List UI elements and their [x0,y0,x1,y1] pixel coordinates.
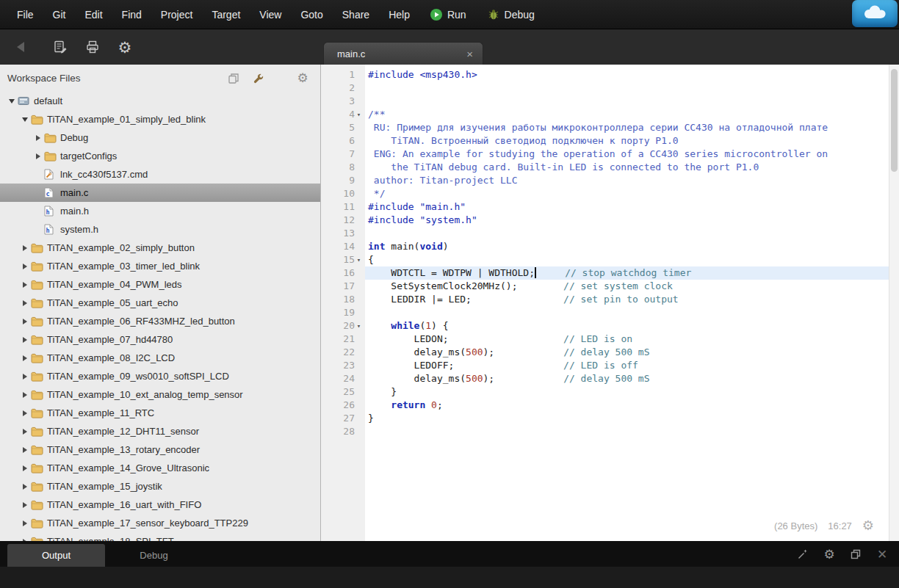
chevron-right-icon[interactable] [19,245,31,251]
chevron-right-icon[interactable] [19,410,31,416]
tree-item-TiTAN_example_07_hd44780[interactable]: TiTAN_example_07_hd44780 [0,330,320,349]
tree-item-Debug[interactable]: Debug [0,128,320,147]
code-line-12[interactable]: 12#include "system.h" [321,214,889,227]
code-line-7[interactable]: 7 ENG: An example for studying the opera… [321,148,889,161]
chevron-right-icon[interactable] [19,429,31,435]
print-icon[interactable] [82,37,103,57]
clear-icon[interactable] [796,548,809,561]
code-line-26[interactable]: 26 return 0; [321,399,889,412]
chevron-right-icon[interactable] [32,153,44,159]
code-line-3[interactable]: 3 [321,95,889,108]
close-icon[interactable]: ✕ [875,548,889,561]
tree-item-TiTAN_example_10_ext_analog_temp_sensor[interactable]: TiTAN_example_10_ext_analog_temp_sensor [0,385,320,404]
tree-item-TiTAN_example_06_RF433MHZ_led_button[interactable]: TiTAN_example_06_RF433MHZ_led_button [0,312,320,330]
code-line-6[interactable]: 6 TiTAN. Встроенный светодиод подключен … [321,134,889,148]
menu-item-goto[interactable]: Goto [291,0,332,29]
menu-item-find[interactable]: Find [112,0,151,29]
tree-item-TiTAN_example_01_simply_led_blink[interactable]: TiTAN_example_01_simply_led_blink [0,110,320,128]
gear-icon[interactable]: ⚙ [115,37,135,57]
restore-icon[interactable] [849,548,862,561]
code-line-16[interactable]: 16 WDTCTL = WDTPW | WDTHOLD; // stop wat… [321,266,889,280]
chevron-right-icon[interactable] [19,484,31,490]
tree-item-TiTAN_example_14_Grove_Ultrasonic[interactable]: TiTAN_example_14_Grove_Ultrasonic [0,459,320,477]
chevron-right-icon[interactable] [19,447,31,453]
debug-button[interactable]: Debug [477,0,545,29]
tree-item-TiTAN_example_04_PWM_leds[interactable]: TiTAN_example_04_PWM_leds [0,275,320,294]
panel-tab-output[interactable]: Output [7,544,105,567]
menu-item-help[interactable]: Help [379,0,419,29]
code-line-27[interactable]: 27} [321,412,889,425]
code-line-19[interactable]: 19 [321,306,889,319]
code-line-8[interactable]: 8 the TiTAN debug card. Built-in LED is … [321,161,889,174]
code-line-23[interactable]: 23 LEDOFF; // LED is off [321,359,889,372]
code-line-14[interactable]: 14int main(void) [321,240,889,253]
code-editor[interactable]: 1#include <msp430.h>234▾/**5 RU: Пример … [321,65,899,541]
editor-settings-gear-icon[interactable]: ⚙ [862,519,874,532]
tree-item-TiTAN_example_05_uart_echo[interactable]: TiTAN_example_05_uart_echo [0,294,320,312]
chevron-down-icon[interactable] [19,117,31,122]
code-line-5[interactable]: 5 RU: Пример для изучения работы микроко… [321,121,889,134]
tab-main-c[interactable]: main.c × [323,42,483,65]
tab-close-icon[interactable]: × [464,48,475,60]
gear-icon[interactable]: ⚙ [823,548,836,561]
code-line-10[interactable]: 10 */ [321,187,889,200]
chevron-right-icon[interactable] [19,337,31,343]
menu-item-share[interactable]: Share [333,0,379,29]
tree-item-targetConfigs[interactable]: targetConfigs [0,147,320,165]
chevron-right-icon[interactable] [19,520,31,526]
menu-item-project[interactable]: Project [151,0,203,29]
tree-item-main.h[interactable]: hmain.h [0,202,320,220]
chevron-right-icon[interactable] [19,319,31,324]
chevron-right-icon[interactable] [19,465,31,471]
code-line-17[interactable]: 17 SetSystemClock20MHz(); // set system … [321,280,889,293]
chevron-right-icon[interactable] [19,502,31,508]
fold-toggle-icon[interactable]: ▾ [355,319,363,333]
copy-icon[interactable] [226,71,241,86]
editor-scrollbar-thumb[interactable] [891,69,898,172]
fold-toggle-icon[interactable]: ▾ [355,253,363,266]
tree-item-system.h[interactable]: hsystem.h [0,220,320,239]
back-icon[interactable] [10,37,31,57]
code-line-25[interactable]: 25 } [321,385,889,399]
fold-toggle-icon[interactable]: ▾ [355,108,363,121]
save-icon[interactable] [50,37,71,57]
code-line-1[interactable]: 1#include <msp430.h> [321,68,889,81]
code-line-28[interactable]: 28 [321,425,889,438]
run-button[interactable]: Run [419,0,477,29]
code-line-4[interactable]: 4▾/** [321,108,889,121]
chevron-right-icon[interactable] [19,392,31,398]
tree-item-TiTAN_example_12_DHT11_sensor[interactable]: TiTAN_example_12_DHT11_sensor [0,422,320,440]
code-line-2[interactable]: 2 [321,81,889,95]
code-line-18[interactable]: 18 LEDDIR |= LED; // set pin to output [321,293,889,306]
tree-item-main.c[interactable]: cmain.c [0,184,320,202]
cloud-status-button[interactable] [852,0,898,27]
code-line-22[interactable]: 22 delay_ms(500); // delay 500 mS [321,346,889,359]
tree-item-TiTAN_example_03_timer_led_blink[interactable]: TiTAN_example_03_timer_led_blink [0,257,320,275]
code-line-15[interactable]: 15▾{ [321,253,889,266]
chevron-right-icon[interactable] [19,264,31,269]
tree-item-TiTAN_example_11_RTC[interactable]: TiTAN_example_11_RTC [0,404,320,422]
code-line-21[interactable]: 21 LEDON; // LED is on [321,333,889,346]
code-line-20[interactable]: 20▾ while(1) { [321,319,889,333]
menu-item-git[interactable]: Git [43,0,76,29]
tree-item-TiTAN_example_15_joystik[interactable]: TiTAN_example_15_joystik [0,477,320,496]
panel-tab-debug[interactable]: Debug [105,544,203,567]
menu-item-file[interactable]: File [7,0,43,29]
tree-item-TiTAN_example_16_uart_with_FIFO[interactable]: TiTAN_example_16_uart_with_FIFO [0,496,320,514]
code-line-24[interactable]: 24 delay_ms(500); // delay 500 mS [321,372,889,385]
tree-item-TiTAN_example_09_ws0010_softSPI_LCD[interactable]: TiTAN_example_09_ws0010_softSPI_LCD [0,367,320,385]
menu-item-view[interactable]: View [250,0,291,29]
gear-icon[interactable]: ⚙ [295,71,310,86]
menu-item-edit[interactable]: Edit [75,0,112,29]
tree-item-TiTAN_example_02_simply_button[interactable]: TiTAN_example_02_simply_button [0,239,320,257]
tree-item-lnk_cc430f5137.cmd[interactable]: lnk_cc430f5137.cmd [0,165,320,184]
editor-scrollbar[interactable] [889,65,899,541]
chevron-right-icon[interactable] [19,355,31,361]
chevron-right-icon[interactable] [19,374,31,380]
tree-item-TiTAN_example_17_sensor_keyboard_TTP229[interactable]: TiTAN_example_17_sensor_keyboard_TTP229 [0,514,320,532]
tree-item-default[interactable]: default [0,92,320,110]
menu-item-target[interactable]: Target [202,0,250,29]
code-line-11[interactable]: 11#include "main.h" [321,200,889,214]
tree-item-TiTAN_example_08_I2C_LCD[interactable]: TiTAN_example_08_I2C_LCD [0,349,320,367]
wrench-icon[interactable] [251,71,266,86]
